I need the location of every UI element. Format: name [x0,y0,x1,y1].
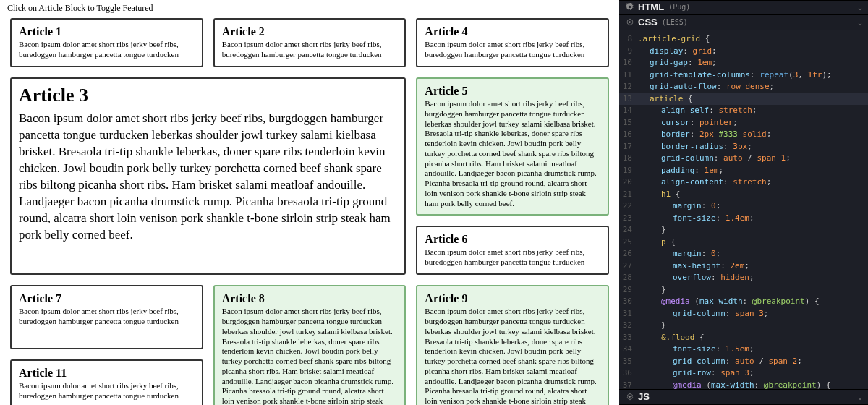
instruction-text: Click on Article Block to Toggle Feature… [0,0,619,18]
code-line[interactable]: 28overflow: hidden; [619,272,868,284]
line-number: 18 [619,153,638,165]
article-body: Bacon ipsum dolor amet short ribs jerky … [19,381,195,401]
line-number: 28 [619,272,638,284]
article-card[interactable]: Article 4Bacon ipsum dolor amet short ri… [416,18,609,67]
code-line[interactable]: 17border-radius: 3px; [619,141,868,153]
article-title: Article 4 [425,25,600,38]
article-card[interactable]: Article 5Bacon ipsum dolor amet short ri… [416,77,609,216]
chevron-down-icon[interactable]: ⌄ [858,3,862,11]
line-number: 13 [619,93,638,106]
article-title: Article 7 [19,292,195,305]
chevron-down-icon[interactable]: ⌄ [858,18,862,26]
gear-icon[interactable] [625,393,634,401]
code-line[interactable]: 30@media (max-width: @breakpoint) { [619,296,868,308]
panel-title: HTML [638,1,664,12]
code-line[interactable]: 31grid-column: span 3; [619,308,868,320]
css-editor[interactable]: 8.article-grid {9display: grid;10grid-ga… [619,30,868,389]
code-line[interactable]: 18grid-column: auto / span 1; [619,153,868,165]
article-body: Bacon ipsum dolor amet short ribs jerky … [19,40,195,60]
article-card[interactable]: Article 7Bacon ipsum dolor amet short ri… [10,285,203,349]
code-line[interactable]: 26margin: 0; [619,248,868,260]
code-line[interactable]: 8.article-grid { [619,33,868,46]
panel-header-css[interactable]: CSS (LESS) ⌄ [619,14,868,30]
line-number: 37 [619,380,638,390]
line-number: 32 [619,320,638,332]
article-body: Bacon ipsum dolor amet short ribs jerky … [222,40,398,60]
panel-preproc-label: (Pug) [668,3,690,11]
article-grid: Article 1Bacon ipsum dolor amet short ri… [0,18,619,405]
line-number: 34 [619,344,638,356]
line-number: 36 [619,367,638,380]
article-body: Bacon ipsum dolor amet short ribs jerky … [222,307,398,405]
article-body: Bacon ipsum dolor amet short ribs jerky … [425,247,600,268]
article-title: Article 3 [19,85,397,106]
code-line[interactable]: 33&.flood { [619,332,868,344]
code-line[interactable]: 37@media (max-width: @breakpoint) { [619,380,868,390]
line-number: 17 [619,141,638,153]
article-title: Article 5 [425,85,600,98]
code-line[interactable]: 14align-self: stretch; [619,105,868,117]
line-number: 27 [619,260,638,273]
code-line[interactable]: 24} [619,224,868,236]
line-number: 15 [619,117,638,129]
code-line[interactable]: 32} [619,320,868,332]
code-line[interactable]: 29} [619,284,868,297]
line-number: 12 [619,81,638,93]
panel-title: CSS [638,17,658,27]
line-number: 25 [619,236,638,249]
article-card[interactable]: Article 9Bacon ipsum dolor amet short ri… [416,285,609,405]
article-card[interactable]: Article 6Bacon ipsum dolor amet short ri… [416,226,609,275]
code-line[interactable]: 12grid-auto-flow: row dense; [619,81,868,93]
code-line[interactable]: 35grid-column: auto / span 2; [619,356,868,368]
article-title: Article 1 [19,25,195,38]
panel-header-html[interactable]: HTML (Pug) ⌄ [619,0,868,14]
code-line[interactable]: 25p { [619,236,868,249]
article-title: Article 2 [222,25,398,38]
code-line[interactable]: 11grid-template-columns: repeat(3, 1fr); [619,69,868,82]
article-card[interactable]: Article 2Bacon ipsum dolor amet short ri… [213,18,407,67]
line-number: 16 [619,129,638,141]
code-line[interactable]: 22margin: 0; [619,200,868,213]
code-line[interactable]: 15cursor: pointer; [619,117,868,129]
editor-pane: HTML (Pug) ⌄ CSS (LESS) ⌄ 8.article-grid… [619,0,868,405]
code-line[interactable]: 36grid-row: span 3; [619,367,868,380]
line-number: 31 [619,308,638,320]
code-line[interactable]: 9display: grid; [619,46,868,58]
code-line[interactable]: 34font-size: 1.5em; [619,344,868,356]
gear-icon[interactable] [625,3,634,12]
line-number: 14 [619,105,638,117]
article-card[interactable]: Article 3Bacon ipsum dolor amet short ri… [10,77,406,275]
article-body: Bacon ipsum dolor amet short ribs jerky … [19,307,195,327]
article-title: Article 9 [425,292,600,305]
code-line[interactable]: 27max-height: 2em; [619,260,868,273]
article-title: Article 8 [222,292,398,305]
article-body: Bacon ipsum dolor amet short ribs jerky … [425,99,600,208]
line-number: 24 [619,224,638,236]
code-line[interactable]: 10grid-gap: 1em; [619,57,868,69]
code-line[interactable]: 13article { [619,93,868,106]
line-number: 22 [619,200,638,213]
line-number: 35 [619,356,638,368]
article-card[interactable]: Article 8Bacon ipsum dolor amet short ri… [213,285,407,405]
code-line[interactable]: 20align-content: stretch; [619,176,868,189]
line-number: 23 [619,213,638,225]
line-number: 33 [619,332,638,344]
article-title: Article 6 [425,233,600,246]
svg-point-0 [629,21,631,23]
line-number: 26 [619,248,638,260]
article-card[interactable]: Article 11Bacon ipsum dolor amet short r… [10,359,203,405]
line-number: 19 [619,165,638,177]
gear-icon[interactable] [625,18,634,27]
article-card[interactable]: Article 1Bacon ipsum dolor amet short ri… [10,18,203,67]
article-body: Bacon ipsum dolor amet short ribs jerky … [425,40,600,60]
code-line[interactable]: 19padding: 1em; [619,165,868,177]
code-line[interactable]: 16border: 2px #333 solid; [619,129,868,141]
code-line[interactable]: 21h1 { [619,189,868,201]
article-body: Bacon ipsum dolor amet short ribs jerky … [19,111,397,244]
chevron-down-icon[interactable]: ⌄ [858,393,862,401]
line-number: 20 [619,176,638,189]
panel-header-js[interactable]: JS ⌄ [619,389,868,405]
line-number: 9 [619,46,638,58]
preview-pane: Click on Article Block to Toggle Feature… [0,0,619,405]
code-line[interactable]: 23font-size: 1.4em; [619,213,868,225]
